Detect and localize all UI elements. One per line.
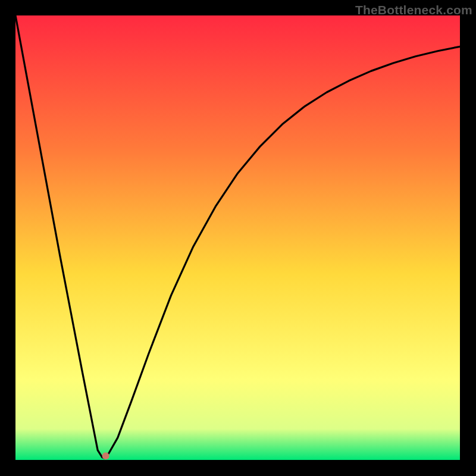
plot-area	[15, 15, 460, 460]
gradient-background	[15, 15, 460, 460]
watermark-text: TheBottleneck.com	[355, 3, 472, 17]
chart-frame: TheBottleneck.com	[0, 0, 476, 476]
chart-svg	[15, 15, 460, 460]
marker-point	[102, 452, 109, 459]
